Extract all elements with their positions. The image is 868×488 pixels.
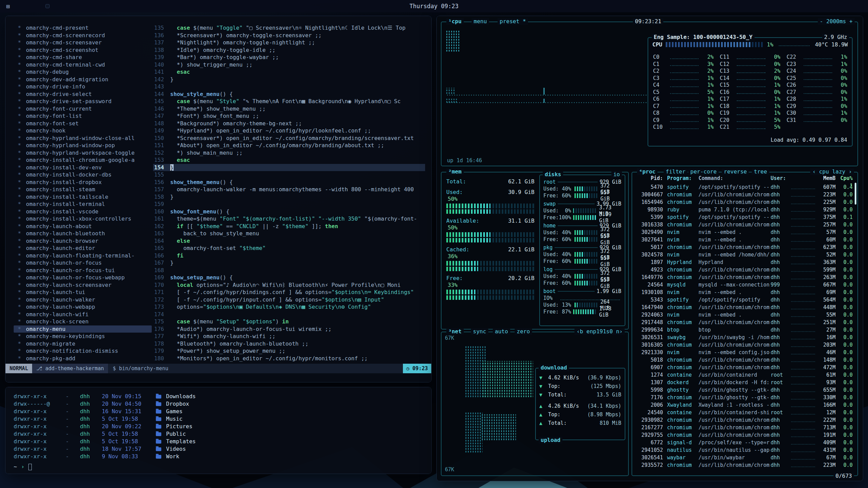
process-row[interactable]: 2921330 nvim nvim --embed config.jso dhh…: [636, 349, 853, 356]
process-row[interactable]: 5343 spotify /opt/spotify/spotify dhh 56…: [636, 296, 853, 304]
code-line[interactable]: 175 case $(menu "Setup" "$options") in: [153, 318, 425, 325]
code-line[interactable]: 180 *Monitors*) open_in_editor ~/.config…: [153, 355, 425, 362]
preset-button[interactable]: preset *: [498, 18, 528, 25]
process-row[interactable]: 3004667 chromium /usr/lib/chromium/chrom…: [636, 191, 853, 198]
code-buffer[interactable]: 135 case $(menu "Toggle" "▢ Screensaver\…: [153, 24, 425, 362]
code-line[interactable]: 162 if [[ "$theme" == "CNCLD" || -z "$th…: [153, 223, 425, 230]
file-list-item[interactable]: *omarchy-install-xbox-controllers: [14, 215, 152, 223]
directory-row[interactable]: drwxr-xr-x - dhh 5 Oct 19:58 Music: [14, 415, 424, 423]
update-interval-control[interactable]: - 2000ms +: [818, 18, 855, 25]
process-row[interactable]: 3016305 chromium /usr/lib/chromium/chrom…: [636, 341, 853, 349]
code-line[interactable]: 155: [153, 171, 425, 179]
proc-tree-button[interactable]: tree: [752, 168, 769, 175]
file-list-item[interactable]: *omarchy-launch-browser: [14, 237, 152, 245]
code-line[interactable]: 136 *Screensaver*) omarchy-toggle-screen…: [153, 32, 425, 39]
code-line[interactable]: 141 esac: [153, 68, 425, 76]
file-list-item[interactable]: *omarchy-migrate: [14, 340, 152, 348]
process-row[interactable]: 24564 mysqld mysqld --max-connection 999…: [636, 281, 853, 289]
code-line[interactable]: 161 theme=$(menu "Font" "$(omarchy-font-…: [153, 215, 425, 223]
process-row[interactable]: 5018 chromium /usr/lib/chromium/chrom dh…: [636, 356, 853, 364]
file-list-item[interactable]: *omarchy-launch-webapp: [14, 303, 152, 311]
code-line[interactable]: 151 *About*) open_in_editor ~/.config/om…: [153, 142, 425, 149]
io-mode-button[interactable]: io: [611, 171, 622, 178]
process-row[interactable]: 24540 containe /usr/bin/containerd-shi r…: [636, 409, 853, 416]
net-panel-title[interactable]: ³net: [446, 328, 464, 335]
file-list-item[interactable]: *omarchy-install-chromium-google-a: [14, 156, 152, 164]
file-list-item[interactable]: *omarchy-pkg-add: [14, 355, 152, 362]
code-line[interactable]: 177 *Wifi*) omarchy-launch-wifi ;;: [153, 333, 425, 340]
file-list-item[interactable]: *omarchy-launch-editor: [14, 245, 152, 252]
code-line[interactable]: 178 *Bluetooth*) omarchy-launch-bluetoot…: [153, 340, 425, 348]
directory-row[interactable]: drwx------@ - dhh 20 Nov 04:50 Dropbox: [14, 400, 424, 408]
process-row[interactable]: 6907 chromium /usr/lib/chromium/chrom dh…: [636, 364, 853, 371]
process-row[interactable]: 1647940 chromium /usr/lib/chromium/chrom…: [636, 304, 853, 311]
file-list-item[interactable]: *omarchy-drive-select: [14, 90, 152, 98]
net-auto-button[interactable]: auto: [493, 328, 510, 335]
process-row[interactable]: 2929755 chromium /usr/lib/chromium/chrom…: [636, 431, 853, 439]
file-list-item[interactable]: *omarchy-cmd-present: [14, 24, 152, 32]
file-list-item[interactable]: *omarchy-install-dev-env: [14, 164, 152, 171]
file-list-item[interactable]: *omarchy-dev-add-migration: [14, 76, 152, 83]
directory-row[interactable]: drwxr-xr-x - dhh 9 Nov 08:33 Work: [14, 453, 424, 460]
code-line[interactable]: 174: [153, 311, 425, 318]
code-line[interactable]: 149 *Hyprland*) open_in_editor ~/.config…: [153, 127, 425, 135]
code-line[interactable]: 158}: [153, 193, 425, 201]
code-line[interactable]: 143: [153, 83, 425, 90]
process-row[interactable]: 98930 ruby puma 7.1.0 (tcp://local dhh 9…: [636, 206, 853, 213]
code-line[interactable]: 138 *Idle*) omarchy-toggle-idle ;;: [153, 46, 425, 54]
file-list-item[interactable]: *omarchy-install-steam: [14, 186, 152, 193]
file-list-item[interactable]: *omarchy-lock-screen: [14, 318, 152, 325]
btop-window[interactable]: ¹cpu menu preset * 09:23:21 - 2000ms + E…: [437, 16, 863, 481]
directory-row[interactable]: drwxr-xr-x - dhh 5 Oct 19:58 Public: [14, 430, 424, 438]
process-row[interactable]: 1274 containe /usr/bin/containerd root 6…: [636, 371, 853, 379]
code-line[interactable]: 152 *) show_main_menu ;;: [153, 149, 425, 157]
process-row[interactable]: 5399 spotify /opt/spotify/spotify -- dhh…: [636, 213, 853, 221]
file-list-item[interactable]: *omarchy-hook: [14, 127, 152, 135]
code-line[interactable]: 154}: [153, 164, 425, 171]
process-row[interactable]: 7176 chromium /usr/lib/ghostty --gtk- dh…: [636, 394, 853, 401]
file-list-item[interactable]: *omarchy-debug: [14, 68, 152, 76]
process-row[interactable]: 2006 Xwayland Xwayland :1 -rootless - dh…: [636, 401, 853, 409]
file-list-item[interactable]: *omarchy-launch-about: [14, 223, 152, 230]
code-line[interactable]: 156show_theme_menu() {: [153, 179, 425, 186]
net-interface-selector[interactable]: ‹b enp191s0 n›: [574, 328, 625, 335]
code-line[interactable]: 168: [153, 267, 425, 274]
file-list-item[interactable]: *omarchy-menu: [14, 325, 152, 333]
file-list-item[interactable]: *omarchy-cmd-screenrecord: [14, 32, 152, 39]
file-list-item[interactable]: *omarchy-font-current: [14, 105, 152, 113]
process-row[interactable]: 1307 dockerd /usr/bin/dockerd -H fd: roo…: [636, 379, 853, 386]
process-row[interactable]: 2999634 btop btop dhh 27M 0.0: [636, 326, 853, 334]
file-list-item[interactable]: *omarchy-hyprland-window-pop: [14, 142, 152, 149]
process-row[interactable]: 1654946 chromium /usr/lib/chromium/chrom…: [636, 198, 853, 206]
code-line[interactable]: 179 *Power*) show_setup_power_menu ;;: [153, 347, 425, 355]
code-line[interactable]: 139 *Bar*) omarchy-toggle-waybar ;;: [153, 54, 425, 61]
code-line[interactable]: 163 back_to show_style_menu: [153, 230, 425, 237]
process-row[interactable]: 1897 Hyprland Hyprland dhh 363M 0.0: [636, 259, 853, 266]
file-list-item[interactable]: *omarchy-cmd-share: [14, 54, 152, 61]
code-line[interactable]: 159: [153, 200, 425, 208]
file-list-item[interactable]: *omarchy-cmd-screenshot: [14, 46, 152, 54]
code-line[interactable]: 167}: [153, 259, 425, 267]
file-list-item[interactable]: *omarchy-hyprland-workspace-toggle: [14, 149, 152, 157]
file-list-item[interactable]: *omarchy-launch-bluetooth: [14, 230, 152, 237]
file-list-item[interactable]: *omarchy-launch-wifi: [14, 311, 152, 318]
file-list-item[interactable]: *omarchy-drive-set-password: [14, 98, 152, 105]
code-line[interactable]: 146 *Theme*) show_theme_menu ;;: [153, 105, 425, 113]
directory-row[interactable]: drwxr-xr-x - dhh 5 Oct 19:58 Templates: [14, 438, 424, 445]
file-list-item[interactable]: *omarchy-launch-or-focus: [14, 259, 152, 267]
net-zero-button[interactable]: zero: [515, 328, 532, 335]
code-line[interactable]: 166 fi: [153, 252, 425, 260]
code-line[interactable]: 148 *Background*) omarchy-theme-bg-next …: [153, 120, 425, 127]
menu-button[interactable]: menu: [472, 18, 489, 25]
file-list-item[interactable]: *omarchy-launch-or-focus-tui: [14, 267, 152, 274]
process-row[interactable]: 4923 chromium /usr/lib/chromium/chrom dh…: [636, 266, 853, 274]
code-line[interactable]: 157 omarchy-launch-walker -m menus:omarc…: [153, 186, 425, 193]
code-line[interactable]: 164 else: [153, 237, 425, 245]
code-line[interactable]: 176 *Audio*) omarchy-launch-or-focus-tui…: [153, 325, 425, 333]
process-row[interactable]: 1649776 chromium /usr/lib/chromium/chrom…: [636, 274, 853, 281]
directory-row[interactable]: drwxr-xr-x - dhh 16 Nov 15:31 Games: [14, 408, 424, 415]
proc-sort-selector[interactable]: ‹ cpu lazy ›: [810, 168, 854, 175]
process-row[interactable]: 5017 chromium /usr/lib/chromium/chrom dh…: [636, 243, 853, 251]
file-list-item[interactable]: *omarchy-menu-keybindings: [14, 333, 152, 340]
code-line[interactable]: 144show_style_menu() {: [153, 90, 425, 98]
